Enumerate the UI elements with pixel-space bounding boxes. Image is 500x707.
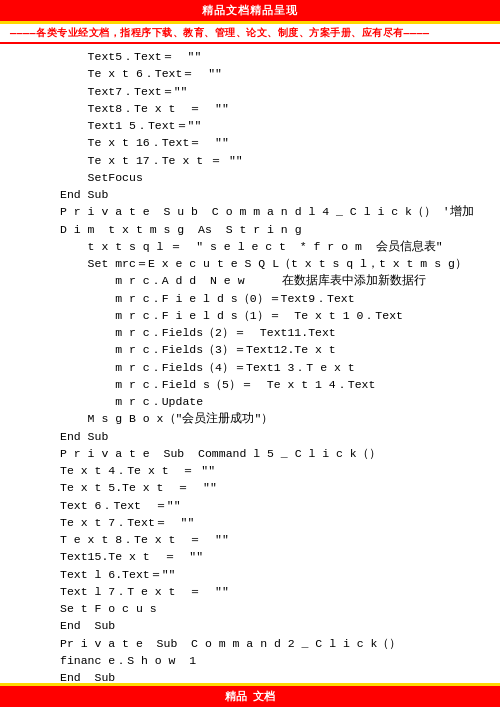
list-item: M s g B o x（"会员注册成功"） <box>60 410 460 427</box>
list-item: End Sub <box>60 428 460 445</box>
list-item: Set mrc＝E x e c u t e S Q L（t x t s q l，… <box>60 255 460 272</box>
bottom-red-banner: 精品 文档 <box>0 686 500 707</box>
list-item: Text8．Te x t ＝ "" <box>60 100 460 117</box>
list-item: SetFocus <box>60 169 460 186</box>
list-item: Text l 7．T e x t ＝ "" <box>60 583 460 600</box>
list-item: m r c．Fields（3）＝Text12.Te x t <box>60 341 460 358</box>
list-item: T e x t 8．Te x t ＝ "" <box>60 531 460 548</box>
page-wrapper: 精品文档精品呈现 ————各类专业经文档，指程序下载、教育、管理、论文、制度、方… <box>0 0 500 707</box>
list-item: Text1 5．Text＝"" <box>60 117 460 134</box>
list-item: m r c．F i e l d s（0）＝Text9．Text <box>60 290 460 307</box>
list-item: End Sub <box>60 186 460 203</box>
list-item: Te x t 4．Te x t ＝ "" <box>60 462 460 479</box>
list-item: Te x t 7．Text＝ "" <box>60 514 460 531</box>
main-content: Text5．Text＝ "" Te x t 6．Text＝ "" Text7．T… <box>0 44 500 707</box>
list-item: Text15.Te x t ＝ "" <box>60 548 460 565</box>
list-item: Text 6．Text ＝"" <box>60 497 460 514</box>
list-item: m r c．A d d N e w 在数据库表中添加新数据行 <box>60 272 460 289</box>
top-banner: 精品文档精品呈现 <box>0 0 500 21</box>
list-item: End Sub <box>60 617 460 634</box>
list-item: Te x t 6．Text＝ "" <box>60 65 460 82</box>
content-area: Text5．Text＝ "" Te x t 6．Text＝ "" Text7．T… <box>0 44 500 707</box>
list-item: m r c．F i e l d s（1）＝ Te x t 1 0．Text <box>60 307 460 324</box>
list-item: Te x t 5.Te x t ＝ "" <box>60 479 460 496</box>
list-item: Se t F o c u s <box>60 600 460 617</box>
divider-line: ————各类专业经文档，指程序下载、教育、管理、论文、制度、方案手册、应有尽有—… <box>0 24 500 42</box>
list-item: m r c．Field s（5）＝ Te x t 1 4．Text <box>60 376 460 393</box>
list-item: t x t s q l ＝ " s e l e c t * f r o m 会员… <box>60 238 460 255</box>
list-item: Pr i v a t e Sub C o m m a n d 2 _ C l i… <box>60 635 460 652</box>
list-item: P r i v a t e S u b C o m m a n d l 4 _ … <box>60 203 460 220</box>
list-item: m r c．Fields（2）＝ Text11.Text <box>60 324 460 341</box>
list-item: D i m t x t m s g As S t r i n g <box>60 221 460 238</box>
list-item: Te x t 16．Text＝ "" <box>60 134 460 151</box>
list-item: Te x t 17．Te x t ＝ "" <box>60 152 460 169</box>
list-item: m r c．Update <box>60 393 460 410</box>
list-item: P r i v a t e Sub Command l 5 _ C l i c … <box>60 445 460 462</box>
list-item: financ e．S h o w 1 <box>60 652 460 669</box>
list-item: Text5．Text＝ "" <box>60 48 460 65</box>
list-item: Text7．Text＝"" <box>60 83 460 100</box>
list-item: Text l 6.Text＝"" <box>60 566 460 583</box>
list-item: m r c．Fields（4）＝Text1 3．T e x t <box>60 359 460 376</box>
bottom-banner: 精品 文档 <box>0 683 500 707</box>
